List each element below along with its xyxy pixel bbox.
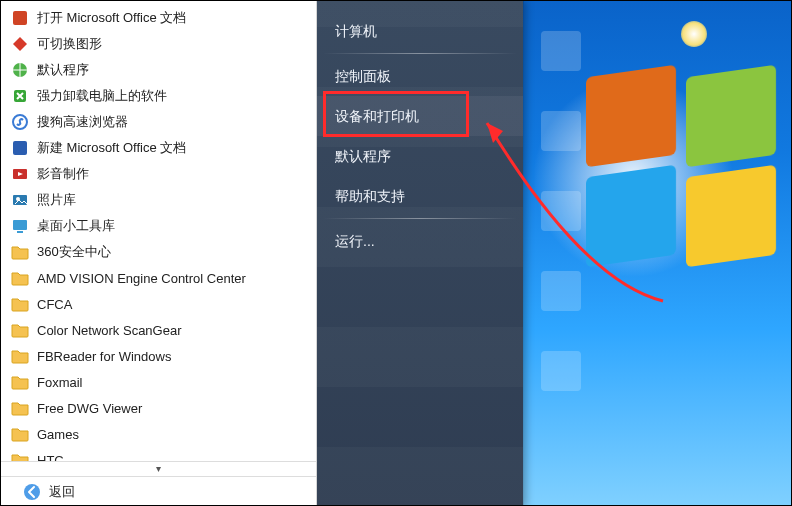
- system-item-control-panel[interactable]: 控制面板: [317, 56, 523, 96]
- program-label: Games: [37, 427, 79, 442]
- folder-icon: [11, 399, 29, 417]
- program-label: Free DWG Viewer: [37, 401, 142, 416]
- program-label: HTC: [37, 453, 64, 462]
- program-item-new-office-doc[interactable]: 新建 Microsoft Office 文档: [1, 135, 316, 161]
- system-item-help-support[interactable]: 帮助和支持: [317, 176, 523, 216]
- program-item-amd-vision[interactable]: AMD VISION Engine Control Center: [1, 265, 316, 291]
- folder-icon: [11, 373, 29, 391]
- program-item-fbreader[interactable]: FBReader for Windows: [1, 343, 316, 369]
- program-label: 影音制作: [37, 165, 89, 183]
- program-item-games[interactable]: Games: [1, 421, 316, 447]
- svg-marker-1: [13, 37, 27, 51]
- program-label: AMD VISION Engine Control Center: [37, 271, 246, 286]
- program-item-switch-graphics[interactable]: 可切换图形: [1, 31, 316, 57]
- uninstall-icon: [11, 87, 29, 105]
- program-item-open-office-doc[interactable]: 打开 Microsoft Office 文档: [1, 5, 316, 31]
- back-button[interactable]: 返回: [1, 476, 316, 506]
- system-item-computer[interactable]: 计算机: [317, 11, 523, 51]
- back-label: 返回: [49, 483, 75, 501]
- program-item-cfca[interactable]: CFCA: [1, 291, 316, 317]
- globe-icon: [11, 61, 29, 79]
- program-label: CFCA: [37, 297, 72, 312]
- program-item-free-dwg[interactable]: Free DWG Viewer: [1, 395, 316, 421]
- desktop-icons-blur: [541, 31, 581, 491]
- switch-icon: [11, 35, 29, 53]
- office-icon: [11, 9, 29, 27]
- program-label: 360安全中心: [37, 243, 111, 261]
- folder-icon: [11, 321, 29, 339]
- movie-icon: [11, 165, 29, 183]
- programs-list[interactable]: 打开 Microsoft Office 文档可切换图形默认程序强力卸载电脑上的软…: [1, 1, 316, 461]
- scroll-down-hint[interactable]: ▾: [1, 461, 316, 476]
- folder-icon: [11, 243, 29, 261]
- svg-rect-0: [13, 11, 27, 25]
- program-item-htc[interactable]: HTC: [1, 447, 316, 461]
- folder-icon: [11, 269, 29, 287]
- program-item-uninstall[interactable]: 强力卸载电脑上的软件: [1, 83, 316, 109]
- program-item-foxmail[interactable]: Foxmail: [1, 369, 316, 395]
- start-menu: 打开 Microsoft Office 文档可切换图形默认程序强力卸载电脑上的软…: [1, 1, 524, 506]
- program-label: 桌面小工具库: [37, 217, 115, 235]
- wallpaper-sun: [681, 21, 707, 47]
- program-label: 照片库: [37, 191, 76, 209]
- system-item-run[interactable]: 运行...: [317, 221, 523, 261]
- sogou-icon: [11, 113, 29, 131]
- program-label: 打开 Microsoft Office 文档: [37, 9, 186, 27]
- menu-separator: [323, 53, 517, 54]
- start-menu-system-panel: 计算机控制面板设备和打印机默认程序帮助和支持运行...: [317, 1, 523, 506]
- program-item-photo-gallery[interactable]: 照片库: [1, 187, 316, 213]
- menu-separator: [323, 218, 517, 219]
- folder-icon: [11, 425, 29, 443]
- program-item-desktop-gadgets[interactable]: 桌面小工具库: [1, 213, 316, 239]
- folder-icon: [11, 347, 29, 365]
- program-item-movie-maker[interactable]: 影音制作: [1, 161, 316, 187]
- svg-rect-5: [13, 141, 27, 155]
- program-item-sogou-browser[interactable]: 搜狗高速浏览器: [1, 109, 316, 135]
- svg-rect-10: [13, 220, 27, 230]
- windows-logo-icon: [586, 71, 786, 271]
- program-label: 搜狗高速浏览器: [37, 113, 128, 131]
- program-label: Color Network ScanGear: [37, 323, 182, 338]
- svg-point-12: [24, 484, 40, 500]
- program-item-default-programs[interactable]: 默认程序: [1, 57, 316, 83]
- program-label: 可切换图形: [37, 35, 102, 53]
- program-label: 默认程序: [37, 61, 89, 79]
- program-label: 强力卸载电脑上的软件: [37, 87, 167, 105]
- svg-rect-11: [17, 231, 23, 233]
- program-label: 新建 Microsoft Office 文档: [37, 139, 186, 157]
- new-office-icon: [11, 139, 29, 157]
- program-label: Foxmail: [37, 375, 83, 390]
- start-menu-programs-panel: 打开 Microsoft Office 文档可切换图形默认程序强力卸载电脑上的软…: [1, 1, 317, 506]
- program-label: FBReader for Windows: [37, 349, 171, 364]
- gadget-icon: [11, 217, 29, 235]
- program-item-color-scangear[interactable]: Color Network ScanGear: [1, 317, 316, 343]
- program-item-360-safe[interactable]: 360安全中心: [1, 239, 316, 265]
- folder-icon: [11, 451, 29, 461]
- system-item-default-programs[interactable]: 默认程序: [317, 136, 523, 176]
- back-arrow-icon: [23, 483, 41, 501]
- system-item-devices-printers[interactable]: 设备和打印机: [317, 96, 523, 136]
- folder-icon: [11, 295, 29, 313]
- photo-icon: [11, 191, 29, 209]
